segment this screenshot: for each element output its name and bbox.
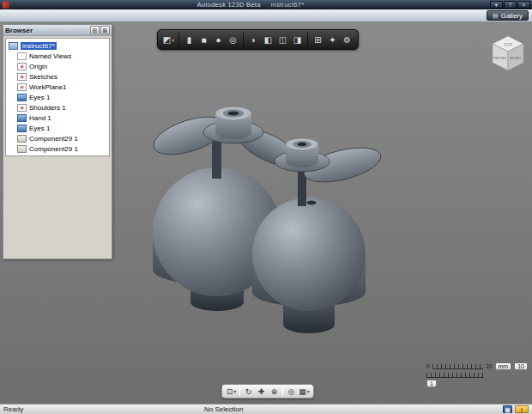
primitives-menu-button[interactable]: ◩▾ bbox=[161, 32, 176, 47]
tree-item-label: Component29 1 bbox=[29, 145, 78, 153]
orbit-button[interactable]: ↻ bbox=[242, 386, 255, 397]
title-bar: Autodesk 123D Betainstruct67* ▾ ? × bbox=[0, 0, 532, 9]
pattern-tool-icon: ⊞ bbox=[314, 35, 321, 45]
tree-item-label: instruct67* bbox=[21, 42, 57, 50]
views-icon bbox=[17, 52, 27, 60]
tree-item-label: Hand 1 bbox=[29, 114, 51, 122]
selection-status-label: No Selection bbox=[204, 405, 243, 413]
component-icon bbox=[17, 135, 27, 143]
dropdown-arrow-icon: ▾ bbox=[307, 388, 310, 394]
cylinder-tool-button[interactable]: ▮ bbox=[182, 32, 196, 47]
document-title: instruct67* bbox=[271, 1, 305, 9]
viewport-canvas[interactable]: Browser ⊞ ⊠ instruct67*Named Views×Origi… bbox=[0, 22, 532, 404]
browser-options-button[interactable]: ⊞ bbox=[90, 26, 100, 34]
window-menu-icon[interactable]: ▾ bbox=[490, 1, 503, 9]
modeling-toolbar: ◩▾▮■●◎◗◧◫◨⊞✦⚙ bbox=[157, 29, 359, 50]
tree-item-component29-1[interactable]: Component29 1 bbox=[6, 133, 109, 143]
grid-ruler[interactable] bbox=[426, 373, 483, 378]
hidden-icon: × bbox=[17, 83, 27, 91]
visible-icon bbox=[17, 125, 27, 132]
shell-tool-icon: ◧ bbox=[264, 35, 272, 45]
status-ready-label: Ready bbox=[3, 405, 23, 413]
tree-item-label: Component29 1 bbox=[29, 135, 78, 143]
grid-scale-widget: 0 20 mm 10 1 bbox=[426, 362, 528, 387]
toolbar-separator bbox=[178, 33, 179, 46]
close-icon[interactable]: × bbox=[517, 1, 530, 9]
scale-max-label: 20 bbox=[486, 363, 492, 369]
fillet-tool-icon: ◗ bbox=[251, 35, 256, 45]
tree-item-label: Origin bbox=[29, 63, 47, 70]
browser-tree: instruct67*Named Views×Origin×Sketches×W… bbox=[5, 38, 110, 156]
sphere-tool-icon: ● bbox=[215, 35, 221, 45]
browser-collapse-button[interactable]: ⊠ bbox=[100, 26, 110, 34]
gallery-label: Gallery bbox=[501, 12, 523, 20]
zoom-button[interactable]: ⊕ bbox=[268, 386, 281, 397]
browser-header[interactable]: Browser ⊞ ⊠ bbox=[3, 25, 112, 36]
cylinder-tool-icon: ▮ bbox=[187, 35, 192, 45]
shell-tool-button[interactable]: ◧ bbox=[261, 32, 275, 47]
units-box[interactable]: mm bbox=[495, 362, 512, 370]
help-icon[interactable]: ? bbox=[504, 1, 517, 9]
display-style-button[interactable]: ▦▾ bbox=[298, 386, 311, 397]
split-tool-button[interactable]: ◨ bbox=[290, 32, 305, 47]
tree-item-workplane1[interactable]: ×WorkPlane1 bbox=[6, 82, 109, 92]
tree-item-label: Sketches bbox=[29, 73, 57, 81]
nav-toolbar: ⊡▾↻✚⊕◎▦▾ bbox=[221, 384, 314, 399]
tree-item-sketches[interactable]: ×Sketches bbox=[6, 71, 109, 82]
tree-item-shoulders-1[interactable]: ×Shoulders 1 bbox=[6, 102, 109, 113]
scale-ruler[interactable] bbox=[432, 364, 484, 369]
tree-item-label: Shoulders 1 bbox=[29, 104, 66, 112]
hidden-icon: × bbox=[17, 63, 27, 70]
toolbar-separator bbox=[243, 33, 244, 46]
toolbar-separator bbox=[239, 387, 240, 396]
status-bar: Ready No Selection ▦ ! bbox=[0, 404, 532, 414]
visible-icon bbox=[17, 114, 27, 122]
look-at-button[interactable]: ◎ bbox=[285, 386, 298, 397]
gallery-grid-icon: ▤ bbox=[493, 13, 499, 19]
box-tool-button[interactable]: ■ bbox=[196, 32, 211, 47]
display-style-icon: ▦ bbox=[299, 387, 306, 396]
tree-item-component29-1[interactable]: Component29 1 bbox=[6, 143, 109, 154]
view-cube[interactable]: TOP FRONT RIGHT bbox=[488, 33, 528, 74]
window-title: Autodesk 123D Betainstruct67* bbox=[12, 1, 489, 9]
tree-item-hand-1[interactable]: Hand 1 bbox=[6, 113, 109, 123]
viewcube-front-label[interactable]: FRONT bbox=[493, 56, 506, 60]
pan-button[interactable]: ✚ bbox=[255, 386, 268, 397]
orbit-icon: ↻ bbox=[245, 387, 252, 396]
material-tool-button[interactable]: ✦ bbox=[325, 32, 340, 47]
browser-title: Browser bbox=[5, 27, 89, 34]
pattern-tool-button[interactable]: ⊞ bbox=[311, 32, 325, 47]
zoom-icon: ⊕ bbox=[271, 387, 278, 396]
box-tool-icon: ■ bbox=[201, 35, 206, 45]
app-title: Autodesk 123D Beta bbox=[197, 1, 261, 9]
gallery-button[interactable]: ▤ Gallery bbox=[487, 10, 529, 21]
toolbar-separator bbox=[282, 387, 283, 396]
tree-item-instruct67-[interactable]: instruct67* bbox=[6, 40, 109, 51]
viewcube-right-label[interactable]: RIGHT bbox=[510, 56, 522, 60]
browser-panel: Browser ⊞ ⊠ instruct67*Named Views×Origi… bbox=[3, 24, 112, 259]
hidden-icon: × bbox=[17, 73, 27, 81]
scale-value-box[interactable]: 10 bbox=[514, 362, 528, 370]
primitives-menu-icon: ◩ bbox=[163, 35, 171, 45]
snap-tool-button[interactable]: ⚙ bbox=[340, 32, 354, 47]
torus-tool-button[interactable]: ◎ bbox=[226, 32, 240, 47]
combine-tool-button[interactable]: ◫ bbox=[275, 32, 290, 47]
fillet-tool-button[interactable]: ◗ bbox=[246, 32, 261, 47]
grid-value-box[interactable]: 1 bbox=[426, 380, 437, 387]
pan-icon: ✚ bbox=[258, 387, 265, 396]
app-logo-icon bbox=[3, 2, 9, 9]
tree-item-eyes-1[interactable]: Eyes 1 bbox=[6, 123, 109, 133]
tree-item-eyes-1[interactable]: Eyes 1 bbox=[6, 92, 109, 102]
tree-item-named-views[interactable]: Named Views bbox=[6, 51, 109, 61]
menu-bar: ▤ Gallery bbox=[0, 9, 532, 22]
tree-item-label: Eyes 1 bbox=[29, 94, 50, 101]
zoom-window-button[interactable]: ⊡▾ bbox=[225, 386, 238, 397]
dropdown-arrow-icon: ▾ bbox=[233, 388, 236, 394]
tree-item-origin[interactable]: ×Origin bbox=[6, 61, 109, 71]
alert-indicator-icon[interactable]: ! bbox=[515, 405, 529, 413]
viewcube-top-label[interactable]: TOP bbox=[504, 42, 513, 47]
snap-indicator-icon[interactable]: ▦ bbox=[503, 405, 512, 413]
look-at-icon: ◎ bbox=[288, 387, 295, 396]
sphere-tool-button[interactable]: ● bbox=[211, 32, 226, 47]
torus-tool-icon: ◎ bbox=[229, 35, 237, 45]
